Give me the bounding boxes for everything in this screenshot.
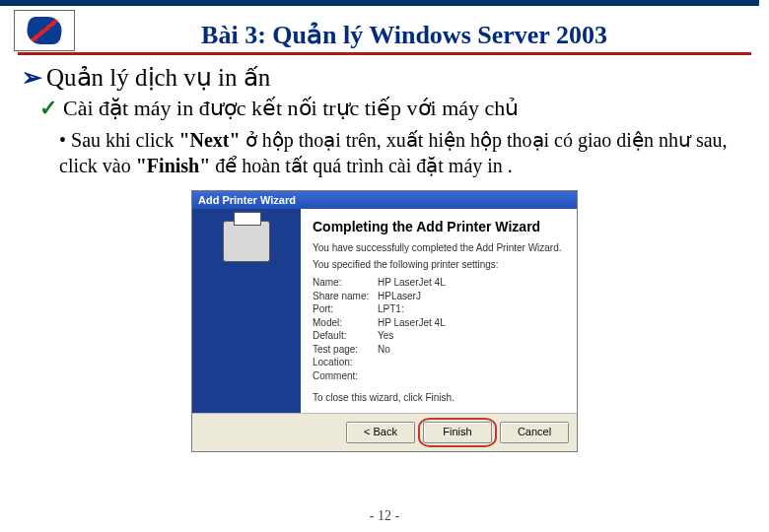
body-paragraph: • Sau khi click "Next" ở hộp thoại trên,… [59, 127, 730, 178]
body-suffix: để hoàn tất quá trình cài đặt máy in . [210, 155, 513, 176]
kv-location: Location: [313, 356, 565, 369]
body-next-quote: "Next" [178, 129, 240, 151]
title-underline [18, 52, 751, 55]
section-sub-text: Cài đặt máy in được kết nối trực tiếp vớ… [63, 96, 519, 120]
dialog-body: Completing the Add Printer Wizard You ha… [192, 209, 577, 413]
kv-test: Test page:No [313, 343, 565, 357]
back-button[interactable]: < Back [346, 422, 415, 443]
dialog-button-row: < Back Finish Cancel [192, 413, 577, 451]
dialog-heading: Completing the Add Printer Wizard [313, 219, 565, 234]
kv-default: Default:Yes [313, 329, 565, 343]
add-printer-dialog: Add Printer Wizard Completing the Add Pr… [191, 190, 578, 452]
kv-share: Share name:HPLaserJ [313, 290, 565, 303]
cancel-button[interactable]: Cancel [500, 422, 569, 443]
page-title: Bài 3: Quản lý Windows Server 2003 [0, 20, 769, 50]
dialog-close-text: To close this wizard, click Finish. [313, 392, 565, 403]
dialog-line1: You have successfully completed the Add … [313, 242, 565, 253]
kv-name: Name:HP LaserJet 4L [313, 276, 565, 290]
logo [14, 10, 75, 51]
dialog-sidebar [192, 209, 301, 413]
arrow-icon: ➢ [22, 64, 42, 91]
logo-graphic [24, 17, 65, 44]
dialog-main: Completing the Add Printer Wizard You ha… [301, 209, 577, 413]
page-number: - 12 - [0, 508, 769, 524]
dialog-titlebar: Add Printer Wizard [192, 191, 577, 209]
check-icon: ✓ [39, 96, 57, 120]
printer-icon [223, 221, 270, 262]
header-accent [0, 0, 759, 6]
dialog-line2: You specified the following printer sett… [313, 259, 565, 270]
finish-button[interactable]: Finish [423, 422, 492, 443]
body-finish-quote: "Finish" [136, 155, 211, 176]
section-heading: ➢Quản lý dịch vụ in ấn [22, 63, 749, 92]
section-heading-text: Quản lý dịch vụ in ấn [46, 64, 270, 91]
body-prefix: • Sau khi click [59, 129, 178, 151]
kv-model: Model:HP LaserJet 4L [313, 316, 565, 330]
kv-port: Port:LPT1: [313, 302, 565, 316]
section-sub: ✓Cài đặt máy in được kết nối trực tiếp v… [39, 96, 769, 121]
kv-comment: Comment: [313, 369, 565, 383]
